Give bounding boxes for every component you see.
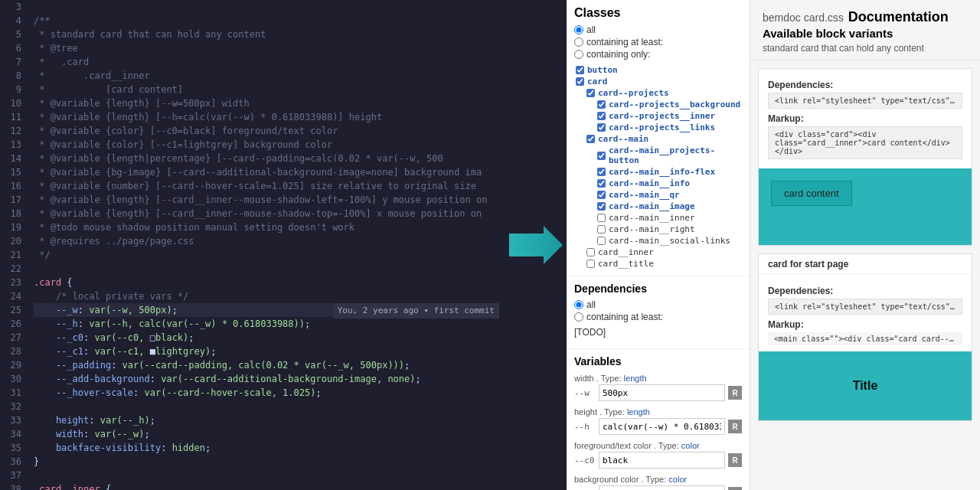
class-checkbox-card--main[interactable] (586, 135, 595, 143)
var-item-3: background color . Type: color--c1R (574, 475, 742, 490)
class-item-card--main__image[interactable]: card--main__image (574, 201, 742, 212)
var-label-2: foreground/text color . Type: color (574, 441, 742, 450)
doc-filename: bemdoc card.css (763, 11, 844, 24)
var-label-0: width . Type: length (574, 374, 742, 383)
var-label-3: background color . Type: color (574, 475, 742, 484)
class-item-card--projects__links[interactable]: card--projects__links (574, 122, 742, 133)
filter-only-radio[interactable] (574, 50, 583, 59)
class-label-card: card (587, 77, 608, 87)
class-checkboxes: buttoncardcard--projectscard--projects__… (574, 64, 742, 270)
dependencies-section: Dependencies all containing at least: [T… (567, 276, 750, 348)
right-panel: bemdoc card.css Documentation Available … (750, 0, 980, 490)
var-input-row-0: --wR (574, 384, 742, 401)
class-checkbox-card--main__inner[interactable] (597, 214, 606, 222)
filter-all[interactable]: all (574, 24, 742, 35)
dep-filter-all[interactable]: all (574, 299, 742, 310)
class-label-card--projects__links: card--projects__links (609, 122, 715, 132)
arrow-panel (505, 0, 567, 490)
doc-preview-card-1: card content (771, 181, 852, 206)
class-label-card--projects: card--projects (598, 88, 669, 98)
class-checkbox-card__inner[interactable] (586, 248, 595, 256)
class-checkbox-card--projects[interactable] (586, 89, 595, 97)
class-label-card--projects__inner: card--projects__inner (609, 111, 715, 121)
class-item-card--main__social-links[interactable]: card--main__social-links (574, 235, 742, 247)
class-checkbox-card--main__right[interactable] (597, 225, 606, 234)
class-checkbox-card--main__info[interactable] (597, 179, 606, 188)
dep-filter-all-radio[interactable] (574, 300, 583, 309)
class-item-card--main__info[interactable]: card--main__info (574, 178, 742, 189)
class-item-card__inner[interactable]: card__inner (574, 247, 742, 258)
dep-filter-at-least[interactable]: containing at least: (574, 312, 742, 322)
filter-all-radio[interactable] (574, 25, 583, 34)
class-checkbox-card--main__qr[interactable] (597, 191, 606, 199)
class-label-button: button (587, 65, 618, 75)
class-checkbox-card--main__image[interactable] (597, 202, 606, 211)
doc-card-1-body: Dependencies: <link rel="stylesheet" typ… (759, 69, 972, 168)
class-item-card--main__projects-button[interactable]: card--main__projects-button (574, 145, 742, 166)
svg-marker-0 (509, 226, 563, 264)
doc-preview-1: card content (759, 168, 972, 245)
class-checkbox-card--projects__background[interactable] (597, 100, 606, 109)
doc-card-2-title: card for start page (759, 254, 972, 275)
class-item-card--projects[interactable]: card--projects (574, 87, 742, 99)
var-reset-btn-1[interactable]: R (728, 420, 742, 433)
var-items: width . Type: length--wRheight . Type: l… (574, 374, 742, 490)
variables-section: Variables width . Type: length--wRheight… (567, 348, 750, 490)
class-item-card--main[interactable]: card--main (574, 133, 742, 145)
var-input-field-1[interactable] (599, 418, 725, 435)
var-item-1: height . Type: length--hR (574, 407, 742, 435)
filter-at-least-radio[interactable] (574, 38, 583, 47)
class-item-card--projects__background[interactable]: card--projects__background (574, 99, 742, 110)
var-name-0: --w (574, 388, 596, 398)
class-item-card--main__right[interactable]: card--main__right (574, 224, 742, 235)
code-editor: 3456789101112131415161718192021222324252… (0, 0, 505, 490)
class-item-button[interactable]: button (574, 64, 742, 76)
var-input-field-2[interactable] (599, 452, 725, 469)
var-reset-btn-0[interactable]: R (728, 386, 742, 400)
classes-section: Classes all containing at least: contain… (567, 0, 750, 276)
class-label-card--main__info-flex: card--main__info-flex (609, 167, 715, 177)
filter-all-label: all (586, 24, 596, 35)
doc-markup-label-2: Markup: (768, 319, 962, 330)
var-input-field-0[interactable] (599, 384, 725, 401)
var-reset-btn-2[interactable]: R (728, 453, 742, 467)
class-item-card__title[interactable]: card__title (574, 258, 742, 270)
class-checkbox-card--projects__inner[interactable] (597, 112, 606, 120)
variables-title: Variables (574, 355, 742, 368)
dep-filter-group: all containing at least: (574, 299, 742, 322)
doc-preview-card-2: Title (771, 364, 959, 408)
middle-panel[interactable]: Classes all containing at least: contain… (567, 0, 750, 490)
todo-text: [TODO] (574, 327, 742, 338)
filter-at-least[interactable]: containing at least: (574, 37, 742, 47)
line-numbers: 3456789101112131415161718192021222324252… (0, 0, 28, 490)
filter-only[interactable]: containing only: (574, 49, 742, 60)
dep-filter-at-least-radio[interactable] (574, 312, 583, 322)
var-input-field-3[interactable] (599, 485, 725, 490)
doc-header: bemdoc card.css Documentation Available … (750, 0, 980, 60)
classes-title: Classes (574, 6, 742, 20)
class-checkbox-button[interactable] (576, 66, 584, 74)
class-item-card--main__info-flex[interactable]: card--main__info-flex (574, 166, 742, 178)
doc-markup-code-2: <main class=""><div class="card card--ma… (768, 332, 962, 345)
class-checkbox-card--main__social-links[interactable] (597, 237, 606, 245)
doc-card-2-body: Dependencies: <link rel="stylesheet" typ… (759, 275, 972, 351)
doc-deps-code-2: <link rel="stylesheet" type="text/css" h… (768, 299, 962, 315)
doc-preview-2: Title (759, 351, 972, 420)
class-checkbox-card[interactable] (576, 77, 584, 86)
class-item-card[interactable]: card (574, 76, 742, 87)
class-label-card__title: card__title (598, 259, 654, 269)
class-label-card--main: card--main (598, 134, 648, 144)
class-checkbox-card--projects__links[interactable] (597, 123, 606, 132)
class-label-card--main__right: card--main__right (609, 224, 695, 234)
class-checkbox-card__title[interactable] (586, 260, 595, 268)
class-item-card--main__qr[interactable]: card--main__qr (574, 189, 742, 201)
dep-filter-all-label: all (586, 299, 596, 310)
class-label-card--main__qr: card--main__qr (609, 190, 680, 200)
class-checkbox-card--main__info-flex[interactable] (597, 168, 606, 176)
doc-deps-code-1: <link rel="stylesheet" type="text/css" h… (768, 93, 962, 109)
class-item-card--projects__inner[interactable]: card--projects__inner (574, 110, 742, 122)
var-reset-btn-3[interactable]: R (728, 487, 742, 490)
var-input-row-1: --hR (574, 418, 742, 435)
class-checkbox-card--main__projects-button[interactable] (597, 152, 606, 160)
class-item-card--main__inner[interactable]: card--main__inner (574, 212, 742, 224)
